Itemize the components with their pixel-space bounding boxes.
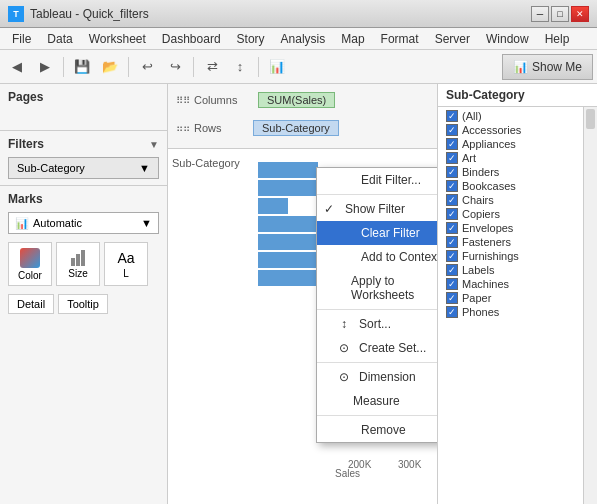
filter-item[interactable]: Envelopes — [438, 221, 583, 235]
menu-item-analysis[interactable]: Analysis — [273, 28, 334, 50]
filter-item[interactable]: Art — [438, 151, 583, 165]
title-text: Tableau - Quick_filters — [30, 7, 149, 21]
rows-pill[interactable]: Sub-Category — [253, 120, 339, 136]
sort-icon: ↕ — [337, 317, 351, 331]
create-set-menu-item[interactable]: ⊙ Create Set... — [317, 336, 437, 360]
marks-color-button[interactable]: Color — [8, 242, 52, 286]
toolbar-redo-button[interactable]: ↪ — [162, 54, 188, 80]
toolbar-open-button[interactable]: 📂 — [97, 54, 123, 80]
filter-checkbox[interactable] — [446, 250, 458, 262]
sub-category-filter-pill[interactable]: Sub-Category ▼ — [8, 157, 159, 179]
show-filter-check: ✓ — [321, 202, 337, 216]
title-controls: ─ □ ✕ — [531, 6, 589, 22]
menu-item-window[interactable]: Window — [478, 28, 537, 50]
rows-shelf: ⠶⠶ Rows Sub-Category — [176, 116, 429, 140]
menu-item-data[interactable]: Data — [39, 28, 80, 50]
filter-checkbox[interactable] — [446, 180, 458, 192]
filter-checkbox[interactable] — [446, 166, 458, 178]
clear-filter-menu-item[interactable]: Clear Filter — [317, 221, 437, 245]
filter-item[interactable]: Copiers — [438, 207, 583, 221]
size-icon — [71, 250, 85, 266]
filter-checkbox[interactable] — [446, 278, 458, 290]
filter-item[interactable]: Accessories — [438, 123, 583, 137]
sort-menu-item[interactable]: ↕ Sort... — [317, 312, 437, 336]
toolbar-back-button[interactable]: ◀ — [4, 54, 30, 80]
toolbar-undo-button[interactable]: ↩ — [134, 54, 160, 80]
toolbar-save-button[interactable]: 💾 — [69, 54, 95, 80]
filter-checkbox[interactable] — [446, 124, 458, 136]
right-filter-panel: Sub-Category (All)AccessoriesAppliancesA… — [437, 84, 597, 504]
filter-item[interactable]: Phones — [438, 305, 583, 319]
minimize-button[interactable]: ─ — [531, 6, 549, 22]
close-button[interactable]: ✕ — [571, 6, 589, 22]
filter-item[interactable]: Paper — [438, 291, 583, 305]
tooltip-button[interactable]: Tooltip — [58, 294, 108, 314]
marks-type-dropdown[interactable]: 📊 Automatic ▼ — [8, 212, 159, 234]
menu-item-story[interactable]: Story — [229, 28, 273, 50]
filter-item-label: Bookcases — [462, 180, 516, 192]
filter-item[interactable]: Furnishings — [438, 249, 583, 263]
toolbar-chart-button[interactable]: 📊 — [264, 54, 290, 80]
show-me-button[interactable]: 📊 Show Me — [502, 54, 593, 80]
marks-details: Detail Tooltip — [8, 294, 159, 314]
menu-item-server[interactable]: Server — [427, 28, 478, 50]
filter-item[interactable]: Binders — [438, 165, 583, 179]
columns-pill[interactable]: SUM(Sales) — [258, 92, 335, 108]
show-filter-menu-item[interactable]: ✓ Show Filter — [317, 197, 437, 221]
filter-item-label: Copiers — [462, 208, 500, 220]
filter-checkbox[interactable] — [446, 222, 458, 234]
shelf-area: ⠿⠿ Columns SUM(Sales) ⠶⠶ Rows Sub-Catego… — [168, 84, 437, 149]
filter-checkbox[interactable] — [446, 138, 458, 150]
filter-item[interactable]: Appliances — [438, 137, 583, 151]
measure-menu-item[interactable]: Measure ▶ — [317, 389, 437, 413]
rows-icon: ⠶⠶ — [176, 123, 190, 134]
filter-item[interactable]: Labels — [438, 263, 583, 277]
marks-size-button[interactable]: Size — [56, 242, 100, 286]
dimension-menu-item[interactable]: ⊙ Dimension — [317, 365, 437, 389]
toolbar-separator-4 — [258, 57, 259, 77]
app-icon: T — [8, 6, 24, 22]
add-to-context-label: Add to Context — [361, 250, 437, 264]
edit-filter-menu-item[interactable]: Edit Filter... — [317, 168, 437, 192]
dimension-label: Dimension — [359, 370, 416, 384]
apply-to-worksheets-menu-item[interactable]: Apply to Worksheets ▶ — [317, 269, 437, 307]
maximize-button[interactable]: □ — [551, 6, 569, 22]
menu-item-dashboard[interactable]: Dashboard — [154, 28, 229, 50]
filter-checkbox[interactable] — [446, 110, 458, 122]
label-icon: Aa — [117, 250, 134, 266]
filters-header: Filters ▼ — [8, 137, 159, 151]
toolbar-sort-button[interactable]: ↕ — [227, 54, 253, 80]
filter-checkbox[interactable] — [446, 306, 458, 318]
filter-checkbox[interactable] — [446, 194, 458, 206]
toolbar-swap-button[interactable]: ⇄ — [199, 54, 225, 80]
scrollbar-thumb[interactable] — [586, 109, 595, 129]
filter-checkbox[interactable] — [446, 152, 458, 164]
menu-item-file[interactable]: File — [4, 28, 39, 50]
filter-checkbox[interactable] — [446, 264, 458, 276]
add-to-context-menu-item[interactable]: Add to Context — [317, 245, 437, 269]
menu-item-format[interactable]: Format — [373, 28, 427, 50]
menu-item-help[interactable]: Help — [537, 28, 578, 50]
menu-item-map[interactable]: Map — [333, 28, 372, 50]
filter-checkbox[interactable] — [446, 236, 458, 248]
menu-item-worksheet[interactable]: Worksheet — [81, 28, 154, 50]
filter-item[interactable]: (All) — [438, 109, 583, 123]
filter-item[interactable]: Fasteners — [438, 235, 583, 249]
detail-button[interactable]: Detail — [8, 294, 54, 314]
show-me-icon: 📊 — [513, 60, 528, 74]
columns-icon: ⠿⠿ — [176, 95, 190, 106]
filter-item[interactable]: Bookcases — [438, 179, 583, 193]
marks-type-arrow: ▼ — [141, 217, 152, 229]
title-bar-left: T Tableau - Quick_filters — [8, 6, 149, 22]
filter-checkbox[interactable] — [446, 292, 458, 304]
filter-scrollbar[interactable] — [583, 107, 597, 504]
filter-item[interactable]: Chairs — [438, 193, 583, 207]
remove-menu-item[interactable]: Remove — [317, 418, 437, 442]
filters-expand-icon[interactable]: ▼ — [149, 139, 159, 150]
filter-item-label: Art — [462, 152, 476, 164]
filter-checkbox[interactable] — [446, 208, 458, 220]
filter-item[interactable]: Machines — [438, 277, 583, 291]
filter-item-label: (All) — [462, 110, 482, 122]
toolbar-forward-button[interactable]: ▶ — [32, 54, 58, 80]
marks-label-button[interactable]: Aa L — [104, 242, 148, 286]
